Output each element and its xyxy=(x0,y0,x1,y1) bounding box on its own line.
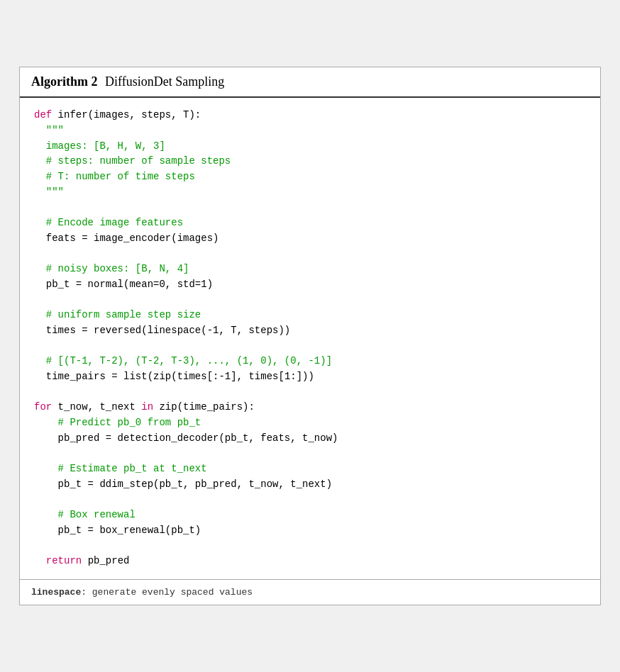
footer-section: linespace: generate evenly spaced values xyxy=(20,580,600,605)
code-line-1: def infer(images, steps, T): xyxy=(34,108,586,123)
code-line-13 xyxy=(34,292,586,308)
code-line-7 xyxy=(34,200,586,215)
code-section: def infer(images, steps, T): """ images:… xyxy=(20,98,600,580)
code-line-30: return pb_pred xyxy=(34,554,586,569)
code-line-20: for t_now, t_next in zip(time_pairs): xyxy=(34,400,586,415)
code-line-3: images: [B, H, W, 3] xyxy=(34,139,586,155)
algorithm-label: Algorithm 2 xyxy=(31,74,98,89)
footer-code-word: linespace xyxy=(31,587,81,598)
code-line-10 xyxy=(34,246,586,262)
code-line-6: """ xyxy=(34,185,586,201)
code-line-28: pb_t = box_renewal(pb_t) xyxy=(34,523,586,539)
code-line-9: feats = image_encoder(images) xyxy=(34,231,586,247)
algorithm-container: Algorithm 2 DiffusionDet Sampling def in… xyxy=(19,67,601,605)
code-line-24: # Estimate pb_t at t_next xyxy=(34,461,586,477)
code-line-8: # Encode image features xyxy=(34,215,586,231)
algorithm-title: DiffusionDet Sampling xyxy=(105,74,224,89)
code-line-18: time_pairs = list(zip(times[:-1], times[… xyxy=(34,369,586,385)
code-line-29 xyxy=(34,538,586,554)
code-line-2: """ xyxy=(34,123,586,139)
code-line-11: # noisy boxes: [B, N, 4] xyxy=(34,262,586,277)
code-line-14: # uniform sample step size xyxy=(34,308,586,323)
code-line-12: pb_t = normal(mean=0, std=1) xyxy=(34,277,586,293)
code-line-21: # Predict pb_0 from pb_t xyxy=(34,415,586,431)
code-line-22: pb_pred = detection_decoder(pb_t, feats,… xyxy=(34,431,586,447)
code-line-16 xyxy=(34,339,586,354)
code-line-19 xyxy=(34,385,586,401)
footer-description: : generate evenly spaced values xyxy=(81,587,253,598)
code-line-23 xyxy=(34,446,586,461)
algorithm-header: Algorithm 2 DiffusionDet Sampling xyxy=(20,67,600,98)
code-line-5: # T: number of time steps xyxy=(34,169,586,185)
code-line-15: times = reversed(linespace(-1, T, steps)… xyxy=(34,323,586,339)
code-line-26 xyxy=(34,492,586,508)
code-line-25: pb_t = ddim_step(pb_t, pb_pred, t_now, t… xyxy=(34,477,586,493)
code-line-27: # Box renewal xyxy=(34,508,586,523)
code-line-17: # [(T-1, T-2), (T-2, T-3), ..., (1, 0), … xyxy=(34,354,586,369)
code-line-4: # steps: number of sample steps xyxy=(34,154,586,169)
